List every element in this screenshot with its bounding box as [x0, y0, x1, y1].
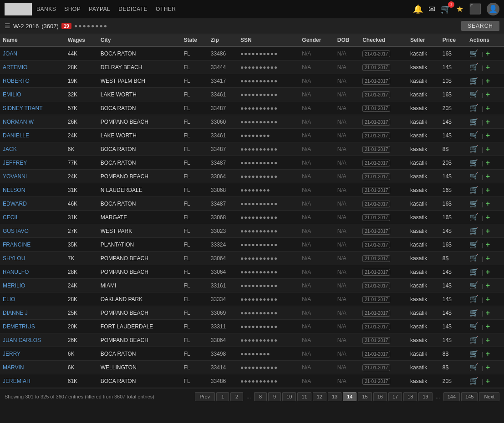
add-to-cart-icon[interactable]: 🛒	[469, 241, 479, 248]
add-to-cart-icon[interactable]: 🛒	[469, 309, 479, 317]
add-to-cart-icon[interactable]: 🛒	[469, 172, 479, 180]
star-icon[interactable]: ★	[456, 4, 463, 14]
add-icon[interactable]: +	[486, 63, 490, 71]
add-to-cart-icon[interactable]: 🛒	[469, 254, 479, 262]
add-to-cart-icon[interactable]: 🛒	[469, 118, 479, 126]
next-button[interactable]: Next	[479, 392, 499, 401]
page-2[interactable]: 2	[230, 392, 243, 401]
add-icon[interactable]: +	[486, 77, 490, 85]
page-145[interactable]: 145	[461, 392, 478, 401]
cell-name[interactable]: JOAN	[0, 46, 65, 60]
avatar[interactable]: 👤	[487, 3, 499, 15]
add-to-cart-icon[interactable]: 🛒	[469, 131, 479, 139]
cell-name[interactable]: JEREMIAH	[0, 374, 65, 388]
add-icon[interactable]: +	[486, 145, 490, 153]
add-icon[interactable]: +	[486, 118, 490, 126]
cell-name[interactable]: CECIL	[0, 211, 65, 224]
page-17[interactable]: 17	[388, 392, 402, 401]
add-icon[interactable]: +	[486, 186, 490, 194]
add-icon[interactable]: +	[486, 131, 490, 139]
nav-paypal[interactable]: Paypal	[89, 6, 110, 12]
page-13[interactable]: 13	[328, 392, 341, 401]
add-icon[interactable]: +	[486, 268, 490, 276]
add-to-cart-icon[interactable]: 🛒	[469, 227, 479, 235]
menu-icon[interactable]: ☰	[5, 22, 10, 30]
add-to-cart-icon[interactable]: 🛒	[469, 213, 479, 221]
page-10[interactable]: 10	[282, 392, 296, 401]
add-icon[interactable]: +	[486, 282, 490, 289]
add-to-cart-icon[interactable]: 🛒	[469, 91, 479, 98]
add-icon[interactable]: +	[486, 254, 490, 262]
add-icon[interactable]: +	[486, 213, 490, 221]
add-icon[interactable]: +	[486, 241, 490, 248]
user-profile-icon[interactable]: ⬛	[469, 3, 481, 15]
cell-name[interactable]: EDWARD	[0, 197, 65, 211]
add-to-cart-icon[interactable]: 🛒	[469, 322, 479, 330]
cell-name[interactable]: EMILIO	[0, 88, 65, 101]
nav-shop[interactable]: Shop	[64, 6, 81, 12]
cell-name[interactable]: DANIELLE	[0, 129, 65, 142]
cell-name[interactable]: MARVIN	[0, 361, 65, 374]
page-18[interactable]: 18	[403, 392, 417, 401]
page-15[interactable]: 15	[358, 392, 372, 401]
cell-name[interactable]: NELSON	[0, 183, 65, 197]
prev-button[interactable]: Prev	[195, 392, 215, 401]
add-to-cart-icon[interactable]: 🛒	[469, 282, 479, 289]
add-to-cart-icon[interactable]: 🛒	[469, 63, 479, 71]
page-1[interactable]: 1	[216, 392, 229, 401]
add-to-cart-icon[interactable]: 🛒	[469, 145, 479, 153]
add-to-cart-icon[interactable]: 🛒	[469, 350, 479, 358]
nav-banks[interactable]: Banks	[36, 6, 56, 12]
cell-name[interactable]: DEMETRIUS	[0, 320, 65, 333]
page-8[interactable]: 8	[254, 392, 267, 401]
add-to-cart-icon[interactable]: 🛒	[469, 77, 479, 85]
add-to-cart-icon[interactable]: 🛒	[469, 50, 479, 57]
add-to-cart-icon[interactable]: 🛒	[469, 104, 479, 112]
cell-name[interactable]: ELIO	[0, 292, 65, 306]
bell-icon[interactable]: 🔔	[413, 4, 423, 14]
nav-dedicate[interactable]: Dedicate	[118, 6, 148, 12]
page-9[interactable]: 9	[268, 392, 281, 401]
add-icon[interactable]: +	[486, 377, 490, 385]
cell-name[interactable]: NORMAN W	[0, 115, 65, 129]
cell-name[interactable]: GUSTAVO	[0, 224, 65, 238]
message-icon[interactable]: ✉	[428, 4, 435, 14]
cell-name[interactable]: SIDNEY TRANT	[0, 101, 65, 115]
cell-name[interactable]: DIANNE J	[0, 306, 65, 320]
search-button[interactable]: SEARCH	[461, 21, 499, 31]
page-11[interactable]: 11	[297, 392, 311, 401]
cell-name[interactable]: RANULFO	[0, 265, 65, 279]
cell-name[interactable]: ROBERTO	[0, 74, 65, 88]
add-icon[interactable]: +	[486, 91, 490, 98]
cell-name[interactable]: SHYLOU	[0, 252, 65, 265]
add-icon[interactable]: +	[486, 200, 490, 207]
add-icon[interactable]: +	[486, 172, 490, 180]
page-144[interactable]: 144	[443, 392, 460, 401]
add-icon[interactable]: +	[486, 322, 490, 330]
add-icon[interactable]: +	[486, 104, 490, 112]
add-to-cart-icon[interactable]: 🛒	[469, 363, 479, 371]
add-icon[interactable]: +	[486, 159, 490, 166]
cell-name[interactable]: JACK	[0, 142, 65, 156]
cell-name[interactable]: JEFFREY	[0, 156, 65, 170]
add-to-cart-icon[interactable]: 🛒	[469, 200, 479, 207]
add-icon[interactable]: +	[486, 50, 490, 57]
page-14[interactable]: 14	[343, 392, 356, 401]
cart-icon[interactable]: 🛒1	[441, 4, 451, 14]
cell-name[interactable]: ARTEMIO	[0, 60, 65, 74]
add-to-cart-icon[interactable]: 🛒	[469, 336, 479, 344]
add-icon[interactable]: +	[486, 227, 490, 235]
nav-other[interactable]: Other	[156, 6, 176, 12]
cell-name[interactable]: YOVANNI	[0, 170, 65, 183]
add-icon[interactable]: +	[486, 309, 490, 317]
add-icon[interactable]: +	[486, 363, 490, 371]
add-icon[interactable]: +	[486, 295, 490, 303]
cell-name[interactable]: JERRY	[0, 347, 65, 361]
add-icon[interactable]: +	[486, 350, 490, 358]
cell-name[interactable]: FRANCINE	[0, 238, 65, 252]
page-16[interactable]: 16	[373, 392, 387, 401]
add-to-cart-icon[interactable]: 🛒	[469, 268, 479, 276]
add-to-cart-icon[interactable]: 🛒	[469, 295, 479, 303]
cell-name[interactable]: MERILIO	[0, 279, 65, 292]
add-to-cart-icon[interactable]: 🛒	[469, 159, 479, 166]
